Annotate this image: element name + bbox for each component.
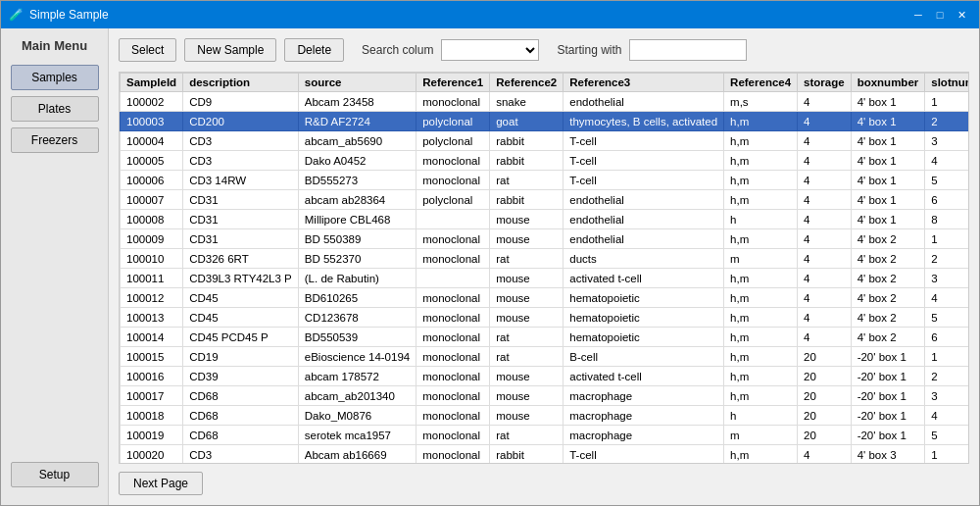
table-row[interactable]: 100005CD3Dako A0452monoclonalrabbitT-cel…	[121, 151, 970, 171]
table-cell: h,m	[724, 229, 798, 249]
table-row[interactable]: 100018CD68Dako_M0876monoclonalmousemacro…	[121, 406, 970, 426]
table-row[interactable]: 100004CD3abcam_ab5690polyclonalrabbitT-c…	[121, 131, 970, 151]
table-cell: snake	[490, 92, 564, 112]
table-cell: goat	[490, 112, 564, 131]
main-window: 🧪 Simple Sample ─ □ ✕ Main Menu Samples …	[0, 0, 980, 506]
table-row[interactable]: 100013CD45CD123678monoclonalmousehematop…	[121, 308, 970, 328]
table-cell: rat	[490, 328, 564, 347]
table-row[interactable]: 100003CD200R&D AF2724polyclonalgoatthymo…	[121, 112, 970, 131]
search-column-select[interactable]	[441, 39, 539, 61]
table-cell: 5	[925, 426, 969, 445]
table-cell: 4' box 2	[851, 269, 925, 288]
table-row[interactable]: 100010CD326 6RTBD 552370monoclonalratduc…	[121, 249, 970, 269]
table-cell: 4	[798, 445, 852, 465]
table-cell: 4' box 1	[851, 92, 925, 112]
table-row[interactable]: 100012CD45BD610265monoclonalmousehematop…	[121, 288, 970, 308]
table-cell: 4' box 2	[851, 308, 925, 328]
table-cell: CD31	[183, 229, 299, 249]
table-cell: CD3	[183, 445, 299, 465]
table-row[interactable]: 100014CD45 PCD45 PBD550539monoclonalrath…	[121, 328, 970, 347]
table-cell: CD200	[183, 112, 299, 131]
table-cell: mouse	[490, 308, 564, 328]
table-cell: endothelial	[564, 92, 724, 112]
table-row[interactable]: 100020CD3Abcam ab16669monoclonalrabbitT-…	[121, 445, 970, 465]
sidebar-item-samples[interactable]: Samples	[11, 65, 99, 90]
new-sample-button[interactable]: New Sample	[184, 38, 276, 62]
table-cell: endothelial	[564, 190, 724, 210]
table-cell: h,m	[724, 131, 798, 151]
table-cell: -20' box 1	[851, 406, 925, 426]
table-cell: monoclonal	[416, 386, 490, 406]
table-cell: h,m	[724, 112, 798, 131]
window-title: Simple Sample	[29, 8, 109, 22]
table-cell: CD45 PCD45 P	[183, 328, 299, 347]
table-cell	[416, 269, 490, 288]
table-cell: (L. de Rabutin)	[298, 269, 416, 288]
table-cell: -20' box 1	[851, 386, 925, 406]
table-cell: 100006	[121, 171, 183, 190]
table-cell: 4	[798, 308, 852, 328]
table-row[interactable]: 100002CD9Abcam 23458monoclonalsnakeendot…	[121, 92, 970, 112]
table-cell: -20' box 1	[851, 367, 925, 386]
sidebar-item-freezers[interactable]: Freezers	[11, 127, 99, 153]
table-cell: h,m	[724, 367, 798, 386]
table-cell: 20	[798, 386, 852, 406]
table-row[interactable]: 100006CD3 14RWBD555273monoclonalratT-cel…	[121, 171, 970, 190]
search-input[interactable]	[629, 39, 747, 61]
table-cell: BD 552370	[298, 249, 416, 269]
table-cell: 4	[798, 269, 852, 288]
table-cell: CD31	[183, 210, 299, 229]
search-column-label: Search colum	[362, 43, 433, 57]
table-cell: mouse	[490, 386, 564, 406]
table-cell: activated t-cell	[564, 367, 724, 386]
table-cell: 100008	[121, 210, 183, 229]
table-row[interactable]: 100009CD31BD 550389monoclonalmouseendoth…	[121, 229, 970, 249]
table-cell: BD 550389	[298, 229, 416, 249]
table-cell: 6	[925, 190, 969, 210]
table-cell: 5	[925, 308, 969, 328]
table-cell: mouse	[490, 367, 564, 386]
table-cell: 100020	[121, 445, 183, 465]
table-cell: abcam ab28364	[298, 190, 416, 210]
main-content: Main Menu Samples Plates Freezers Setup …	[1, 28, 979, 505]
table-cell: 4' box 1	[851, 190, 925, 210]
col-header-reference4: Reference4	[724, 74, 798, 92]
table-container[interactable]: SampleId description source Reference1 R…	[119, 72, 969, 464]
title-bar-left: 🧪 Simple Sample	[9, 8, 109, 22]
table-cell: 4	[798, 151, 852, 171]
setup-button[interactable]: Setup	[11, 462, 99, 487]
close-button[interactable]: ✕	[952, 7, 971, 23]
table-cell: rabbit	[490, 131, 564, 151]
maximize-button[interactable]: □	[930, 7, 950, 23]
table-row[interactable]: 100011CD39L3 RTY42L3 P(L. de Rabutin)mou…	[121, 269, 970, 288]
table-cell: CD19	[183, 347, 299, 367]
table-row[interactable]: 100019CD68serotek mca1957monoclonalratma…	[121, 426, 970, 445]
table-row[interactable]: 100017CD68abcam_ab201340monoclonalmousem…	[121, 386, 970, 406]
table-row[interactable]: 100016CD39abcam 178572monoclonalmouseact…	[121, 367, 970, 386]
table-cell: CD31	[183, 190, 299, 210]
table-cell: 1	[925, 92, 969, 112]
table-cell: ducts	[564, 249, 724, 269]
table-cell: CD123678	[298, 308, 416, 328]
minimize-button[interactable]: ─	[908, 7, 928, 23]
table-cell: 100010	[121, 249, 183, 269]
table-cell: h,m	[724, 347, 798, 367]
next-page-button[interactable]: Next Page	[119, 472, 203, 495]
table-cell: m	[724, 249, 798, 269]
table-row[interactable]: 100015CD19eBioscience 14-0194monoclonalr…	[121, 347, 970, 367]
col-header-sampleid: SampleId	[121, 74, 183, 92]
table-cell: 4' box 2	[851, 249, 925, 269]
table-cell: monoclonal	[416, 426, 490, 445]
table-cell: CD39L3 RTY42L3 P	[183, 269, 299, 288]
table-cell: monoclonal	[416, 288, 490, 308]
delete-button[interactable]: Delete	[284, 38, 344, 62]
sidebar-title: Main Menu	[22, 38, 87, 53]
table-body: 100002CD9Abcam 23458monoclonalsnakeendot…	[121, 92, 970, 465]
table-cell: -20' box 1	[851, 347, 925, 367]
sidebar-item-plates[interactable]: Plates	[11, 96, 99, 122]
table-cell: hematopoietic	[564, 308, 724, 328]
table-row[interactable]: 100008CD31Millipore CBL468mouseendotheli…	[121, 210, 970, 229]
select-button[interactable]: Select	[119, 38, 176, 62]
table-row[interactable]: 100007CD31abcam ab28364polyclonalrabbite…	[121, 190, 970, 210]
table-cell: 8	[925, 210, 969, 229]
